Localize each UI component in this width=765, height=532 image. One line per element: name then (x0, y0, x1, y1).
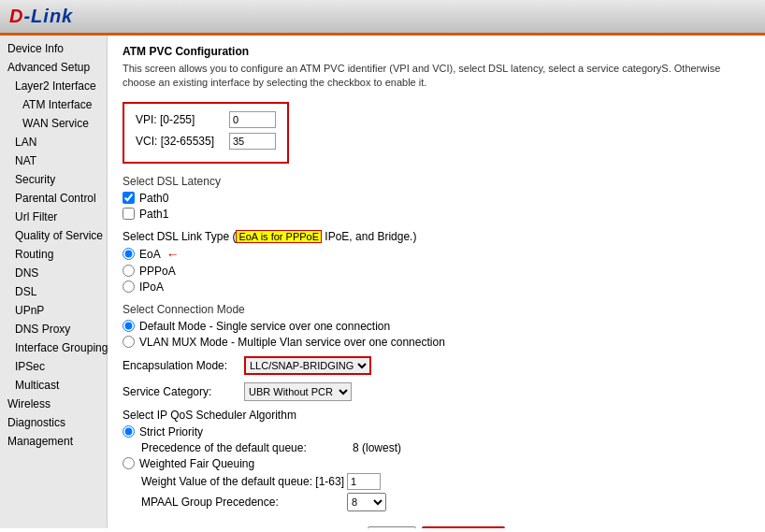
sidebar-item-security[interactable]: Security (0, 170, 107, 189)
vci-input[interactable] (229, 133, 276, 150)
sidebar-item-upnp[interactable]: UPnP (0, 301, 107, 320)
eoa-label: EoA (139, 248, 161, 261)
strict-priority-radio[interactable] (123, 425, 135, 438)
ipoa-label: IPoA (139, 280, 164, 294)
default-mode-label: Default Mode - Single service over one c… (139, 320, 390, 333)
mpaal-label: MPAAL Group Precedence: (141, 496, 347, 509)
vlan-mode-row: VLAN MUX Mode - Multiple Vlan service ov… (123, 336, 750, 349)
sidebar: Device Info Advanced Setup Layer2 Interf… (0, 36, 108, 528)
weight-label: Weight Value of the default queue: [1-63… (141, 475, 347, 488)
default-mode-row: Default Mode - Single service over one c… (123, 320, 750, 333)
path0-checkbox[interactable] (123, 192, 135, 204)
path0-row: Path0 (123, 192, 750, 205)
sidebar-item-atm-interface[interactable]: ATM Interface (0, 95, 107, 114)
vpi-vci-box: VPI: [0-255] VCI: [32-65535] (123, 102, 289, 164)
vpi-input[interactable] (229, 111, 276, 128)
weighted-row: Weighted Fair Queuing (123, 457, 750, 470)
dsl-latency-title: Select DSL Latency (123, 175, 750, 188)
button-row: Back Apply/Save (123, 526, 750, 528)
eoa-radio[interactable] (123, 248, 135, 260)
path0-label: Path0 (139, 192, 168, 205)
vlan-mode-radio[interactable] (123, 336, 135, 348)
sidebar-item-advanced-setup[interactable]: Advanced Setup (0, 58, 107, 77)
sidebar-item-diagnostics[interactable]: Diagnostics (0, 413, 107, 432)
strict-priority-row: Strict Priority (123, 425, 750, 439)
sidebar-item-parental-control[interactable]: Parental Control (0, 189, 107, 208)
mpaal-select[interactable]: 8 1 2 3 (347, 493, 386, 511)
sidebar-item-url-filter[interactable]: Url Filter (0, 208, 107, 226)
weight-input[interactable] (347, 473, 381, 490)
dlink-logo: D-Link (9, 6, 73, 27)
path1-row: Path1 (123, 208, 750, 221)
sidebar-item-routing[interactable]: Routing (0, 245, 107, 264)
dsl-link-title: Select DSL Link Type (EoA is for PPPoE I… (123, 230, 750, 243)
vci-row: VCI: [32-65535] (136, 133, 276, 150)
service-select[interactable]: UBR Without PCR UBR With PCR CBR Non Rea… (244, 382, 352, 401)
dsl-latency-section: Select DSL Latency Path0 Path1 (123, 175, 750, 221)
qos-title: Select IP QoS Scheduler Algorithm (123, 409, 750, 422)
sidebar-item-quality-of-service[interactable]: Quality of Service (0, 226, 107, 245)
weighted-label: Weighted Fair Queuing (139, 457, 254, 470)
sidebar-item-lan[interactable]: LAN (0, 133, 107, 151)
pppoa-radio[interactable] (123, 265, 135, 277)
main-content: ATM PVC Configuration This screen allows… (108, 36, 765, 528)
sidebar-item-wan-service[interactable]: WAN Service (0, 114, 107, 133)
strict-priority-label: Strict Priority (139, 425, 203, 439)
apply-save-button[interactable]: Apply/Save (422, 526, 505, 528)
eoa-hint: EoA is for PPPoE (236, 230, 322, 243)
sidebar-item-layer2-interface[interactable]: Layer2 Interface (0, 77, 107, 95)
back-button[interactable]: Back (368, 526, 417, 528)
sidebar-item-ipsec[interactable]: IPSec (0, 357, 107, 376)
vlan-mode-label: VLAN MUX Mode - Multiple Vlan service ov… (139, 336, 445, 349)
encap-row: Encapsulation Mode: LLC/SNAP-BRIDGING VC… (123, 356, 750, 375)
connection-mode-title: Select Connection Mode (123, 303, 750, 316)
precedence-value: 8 (lowest) (353, 441, 401, 454)
sidebar-item-nat[interactable]: NAT (0, 151, 107, 170)
sidebar-item-interface-grouping[interactable]: Interface Grouping (0, 338, 107, 357)
vci-label: VCI: [32-65535] (136, 135, 229, 148)
service-row: Service Category: UBR Without PCR UBR Wi… (123, 382, 750, 401)
connection-mode-section: Select Connection Mode Default Mode - Si… (123, 303, 750, 349)
vpi-row: VPI: [0-255] (136, 111, 276, 128)
page-description: This screen allows you to configure an A… (123, 62, 750, 91)
pppoa-row: PPPoA (123, 265, 750, 278)
pppoa-label: PPPoA (139, 265, 176, 278)
service-label: Service Category: (123, 385, 244, 398)
weighted-radio[interactable] (123, 457, 135, 469)
ipoa-row: IPoA (123, 280, 750, 294)
precedence-row: Precedence of the default queue: 8 (lowe… (141, 441, 750, 454)
sidebar-item-dns[interactable]: DNS (0, 264, 107, 282)
dsl-link-section: Select DSL Link Type (EoA is for PPPoE I… (123, 230, 750, 294)
eoa-row: EoA ← (123, 247, 750, 262)
sidebar-item-dsl[interactable]: DSL (0, 282, 107, 301)
sidebar-item-management[interactable]: Management (0, 432, 107, 451)
qos-section: Select IP QoS Scheduler Algorithm Strict… (123, 409, 750, 511)
header: D-Link (0, 0, 765, 36)
vpi-label: VPI: [0-255] (136, 113, 229, 126)
path1-checkbox[interactable] (123, 208, 135, 220)
sidebar-item-dns-proxy[interactable]: DNS Proxy (0, 320, 107, 338)
default-mode-radio[interactable] (123, 320, 135, 332)
mpaal-row: MPAAL Group Precedence: 8 1 2 3 (141, 493, 750, 511)
ipoa-radio[interactable] (123, 280, 135, 293)
path1-label: Path1 (139, 208, 168, 221)
encap-select[interactable]: LLC/SNAP-BRIDGING VC/MUX (244, 356, 371, 375)
page-title: ATM PVC Configuration (123, 45, 750, 58)
weight-row: Weight Value of the default queue: [1-63… (141, 473, 750, 490)
eoa-arrow: ← (166, 247, 180, 262)
sidebar-item-multicast[interactable]: Multicast (0, 376, 107, 395)
precedence-label: Precedence of the default queue: (141, 441, 347, 454)
dsl-link-hint2: IPoE, and Bridge.) (322, 230, 416, 243)
sidebar-item-device-info[interactable]: Device Info (0, 39, 107, 58)
encap-label: Encapsulation Mode: (123, 359, 244, 372)
sidebar-item-wireless[interactable]: Wireless (0, 395, 107, 413)
